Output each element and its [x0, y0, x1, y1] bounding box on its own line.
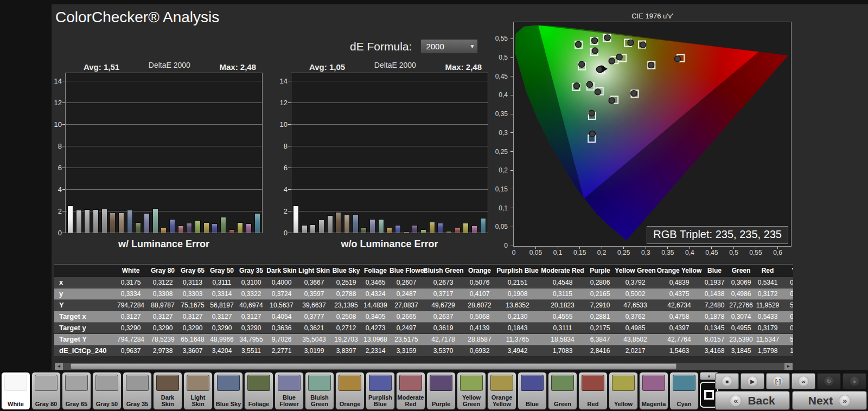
measured-point-bluish-green [579, 61, 585, 67]
de-bar-blue [437, 223, 443, 233]
play-icon: ▶ [747, 376, 758, 387]
table-cell: 3,4168 [702, 345, 727, 356]
patch-tile-gray-80[interactable]: Gray 80 [31, 372, 61, 410]
patch-tile-foliage[interactable]: Foliage [244, 372, 273, 410]
table-cell: 794,7284 [114, 334, 148, 345]
cie-y-tick-mark [510, 132, 513, 133]
measured-point-yellow [604, 35, 610, 41]
table-cell: 42,7178 [423, 334, 463, 345]
table-cell: 3,3607 [178, 345, 207, 356]
patch-tile-dark-skin[interactable]: Dark Skin [153, 372, 182, 410]
cie-x-tick-label: 0,1 [546, 249, 570, 256]
cie-y-tick-label: 0 [504, 242, 508, 249]
table-cell: 794,7284 [114, 300, 148, 311]
colorchecker-analysis-window: ColorChecker® Analysis dE Formula: 2000 … [0, 0, 868, 411]
table-cell: 0,2788 [331, 288, 361, 299]
refresh-button[interactable]: ↻ [817, 373, 841, 389]
cie-x-axis: 00,050,10,150,20,250,30,350,40,450,50,55… [514, 249, 792, 258]
patch-tile-blue[interactable]: Blue [518, 372, 547, 410]
table-cell: 43,8502 [614, 334, 656, 345]
patch-swatch [551, 375, 574, 391]
loop-continuous-button[interactable]: ∞ [792, 373, 815, 389]
column-header: Bluish Green [423, 265, 463, 277]
patch-tile-gray-65[interactable]: Gray 65 [62, 372, 91, 410]
y-axis-tick-label: 12 [269, 99, 288, 107]
patch-tile-blue-flower[interactable]: Blue Flower [275, 372, 304, 410]
scrollbar-thumb[interactable] [71, 363, 676, 369]
y-axis-tick-mark [288, 124, 291, 125]
table-cell: 1,7083 [539, 345, 586, 356]
measured-point-light-skin [609, 58, 615, 64]
patch-tile-red[interactable]: Red [578, 372, 608, 410]
back-button[interactable]: « Back [715, 391, 790, 410]
cie-y-tick-mark [510, 170, 513, 171]
max-label: Max: 2,48 [445, 62, 482, 72]
patch-tile-orange[interactable]: Orange [335, 372, 365, 410]
patch-tile-moderate-red[interactable]: Moderate Red [396, 372, 425, 410]
de-formula-select[interactable]: 2000 ▼ [420, 39, 478, 54]
patch-swatch [35, 375, 58, 391]
table-cell: 23,5390 [727, 334, 755, 345]
patch-tile-gray-35[interactable]: Gray 35 [123, 372, 152, 410]
table-cell: 0,4397 [656, 323, 702, 333]
de-bar-foliage [361, 227, 367, 233]
loop-continuous-icon: ∞ [798, 376, 809, 387]
patch-swatch [95, 375, 118, 391]
next-button[interactable]: Next » [792, 391, 867, 410]
cie-x-tick-label: 0,6 [766, 249, 790, 256]
table-cell: 0,3290 [114, 323, 148, 333]
table-cell: 0,5076 [463, 277, 496, 288]
table-cell: 0,2175 [586, 323, 614, 333]
frame-step-button[interactable]: [·] [766, 373, 790, 389]
chart-header: Avg: 1,51 DeltaE 2000 Max: 2,48 [65, 60, 263, 73]
patch-label: Purplish Blue [366, 391, 394, 409]
patch-tile-light-skin[interactable]: Light Skin [183, 372, 213, 410]
measured-point-gray-35 [596, 67, 602, 73]
cie-x-tick-label: 0 [502, 249, 526, 256]
table-row: Target y0,32900,32900,32900,32900,32900,… [54, 323, 793, 334]
table-cell: 3,8397 [331, 345, 361, 356]
table-cell: 6,0157 [702, 334, 727, 345]
patch-tile-yellow[interactable]: Yellow [609, 372, 638, 410]
de-bar-blue-flower [144, 213, 150, 233]
table-cell: 3,3159 [390, 345, 423, 356]
table-cell: 0,3334 [114, 288, 148, 299]
patch-tile-purplish-blue[interactable]: Purplish Blue [366, 372, 395, 410]
table-horizontal-scrollbar[interactable]: ◄ ► [54, 362, 793, 370]
column-header: Green [727, 265, 755, 277]
y-axis-tick-mark [288, 168, 291, 168]
patch-tile-yellow-green[interactable]: Yellow Green [457, 372, 486, 410]
de-bar-orange [386, 228, 392, 233]
patch-swatch [187, 375, 209, 391]
column-header: Gray 65 [178, 265, 207, 277]
patch-tile-bluish-green[interactable]: Bluish Green [305, 372, 334, 410]
table-cell: 2,9738 [148, 345, 178, 356]
column-header: Orange [463, 265, 496, 277]
patch-swatch [369, 375, 392, 391]
patch-tile-magenta[interactable]: Magenta [639, 372, 668, 410]
patch-tile-gray-50[interactable]: Gray 50 [92, 372, 122, 410]
stop-button[interactable]: ■ [715, 373, 739, 389]
patch-tile-purple[interactable]: Purple [426, 372, 456, 410]
patch-tile-cyan[interactable]: Cyan [669, 372, 699, 410]
measured-point-foliage [592, 48, 598, 54]
table-cell: 0,3667 [297, 277, 331, 288]
table-cell: 0,6932 [463, 345, 496, 356]
scroll-right-arrow-icon[interactable]: ► [784, 363, 793, 370]
record-button[interactable]: ● [843, 373, 866, 389]
table-cell: 47,6533 [614, 300, 656, 311]
patch-tile-blue-sky[interactable]: Blue Sky [214, 372, 243, 410]
cie-diagram: RGB Triplet: 235, 235, 235 [513, 22, 792, 247]
play-button[interactable]: ▶ [741, 373, 764, 389]
table-cell: 0,4273 [361, 323, 390, 333]
patch-tile-orange-yellow[interactable]: Orange Yellow [487, 372, 516, 410]
scrollbar-track[interactable] [63, 363, 784, 370]
de-bar-blue [212, 223, 218, 233]
patch-tile-white[interactable]: White [1, 372, 30, 410]
chart-caption: w/o Luminance Error [291, 239, 488, 250]
column-header: Purple [586, 265, 614, 277]
patch-tile-green[interactable]: Green [548, 372, 577, 410]
patch-label: Dark Skin [154, 391, 182, 409]
row-label: x [54, 277, 114, 288]
scroll-left-arrow-icon[interactable]: ◄ [55, 363, 63, 370]
